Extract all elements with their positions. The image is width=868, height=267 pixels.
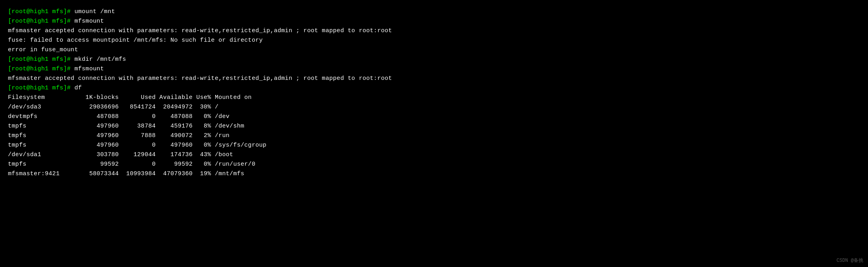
terminal-line-12: tmpfs 497960 38784 459176 8% /dev/shm bbox=[8, 122, 860, 131]
command-8: df bbox=[74, 85, 82, 91]
terminal-line-11: devtmpfs 487088 0 487088 0% /dev bbox=[8, 112, 860, 122]
prompt-1: [root@high1 mfs]# bbox=[8, 18, 74, 25]
terminal-line-10: /dev/sda3 29036696 8541724 20494972 30% … bbox=[8, 103, 860, 112]
prompt-0: [root@high1 mfs]# bbox=[8, 8, 74, 15]
command-6: mfsmount bbox=[74, 66, 104, 72]
terminal-line-2: mfsmaster accepted connection with param… bbox=[8, 26, 860, 36]
terminal-line-9: Filesystem 1K-blocks Used Available Use%… bbox=[8, 93, 860, 103]
terminal-line-3: fuse: failed to access mountpoint /mnt/m… bbox=[8, 36, 860, 45]
terminal-line-14: tmpfs 497960 0 497960 0% /sys/fs/cgroup bbox=[8, 141, 860, 150]
prompt-8: [root@high1 mfs]# bbox=[8, 85, 74, 91]
terminal-line-15: /dev/sda1 303780 129044 174736 43% /boot bbox=[8, 150, 860, 160]
terminal-line-13: tmpfs 497960 7888 490072 2% /run bbox=[8, 131, 860, 141]
command-5: mkdir /mnt/mfs bbox=[74, 56, 126, 63]
terminal-line-1: [root@high1 mfs]# mfsmount bbox=[8, 17, 860, 26]
terminal-window: [root@high1 mfs]# umount /mnt[root@high1… bbox=[0, 0, 868, 267]
terminal-line-4: error in fuse_mount bbox=[8, 45, 860, 55]
terminal-line-16: tmpfs 99592 0 99592 0% /run/user/0 bbox=[8, 160, 860, 169]
watermark: CSDN @备挑 bbox=[837, 257, 863, 264]
command-0: umount /mnt bbox=[74, 8, 115, 15]
terminal-line-6: [root@high1 mfs]# mfsmount bbox=[8, 64, 860, 74]
terminal-line-0: [root@high1 mfs]# umount /mnt bbox=[8, 7, 860, 17]
terminal-line-7: mfsmaster accepted connection with param… bbox=[8, 74, 860, 83]
terminal-content: [root@high1 mfs]# umount /mnt[root@high1… bbox=[8, 7, 860, 179]
terminal-line-8: [root@high1 mfs]# df bbox=[8, 83, 860, 93]
prompt-6: [root@high1 mfs]# bbox=[8, 66, 74, 72]
command-1: mfsmount bbox=[74, 18, 104, 25]
terminal-line-17: mfsmaster:9421 58073344 10993984 4707936… bbox=[8, 169, 860, 179]
prompt-5: [root@high1 mfs]# bbox=[8, 56, 74, 63]
terminal-line-5: [root@high1 mfs]# mkdir /mnt/mfs bbox=[8, 55, 860, 64]
